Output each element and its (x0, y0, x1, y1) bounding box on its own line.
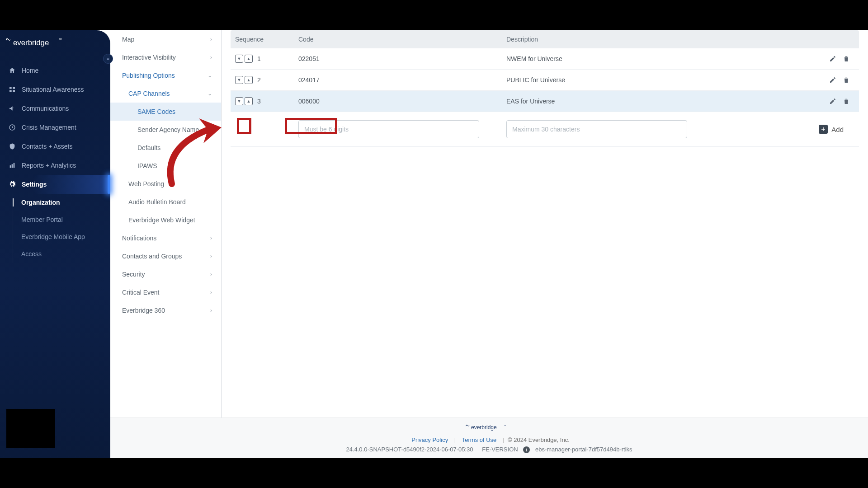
description-input[interactable] (506, 120, 687, 138)
footer: everbridge ™ Privacy Policy | Terms of U… (110, 418, 868, 458)
svg-rect-3 (13, 87, 15, 89)
settings-subnav: Organization Member Portal Everbridge Mo… (13, 194, 110, 263)
delete-icon[interactable] (843, 76, 850, 84)
chevron-right-icon: › (210, 235, 212, 241)
add-label: Add (831, 126, 844, 133)
menu-ipaws[interactable]: IPAWS (110, 157, 221, 175)
menu-critical-event[interactable]: Critical Event › (110, 283, 221, 301)
menu-security[interactable]: Security › (110, 265, 221, 283)
menu-notifications[interactable]: Notifications › (110, 229, 221, 247)
nav-settings[interactable]: Settings (0, 175, 110, 194)
table-row: ▼ ▲ 2 024017 PUBLIC for Universe (231, 70, 859, 91)
nav-home[interactable]: Home (0, 61, 110, 80)
home-icon (8, 66, 16, 75)
nav-label: Home (22, 67, 38, 74)
bullhorn-icon (8, 104, 16, 113)
description-value: PUBLIC for Universe (506, 76, 714, 84)
add-button[interactable]: ＋ Add (714, 125, 854, 134)
chevron-right-icon: › (210, 289, 212, 296)
menu-label: IPAWS (137, 162, 157, 169)
chevron-right-icon: › (210, 54, 212, 61)
col-code: Code (298, 36, 506, 43)
chevron-right-icon: › (210, 307, 212, 314)
collapse-sidebar-button[interactable]: « (103, 54, 113, 64)
move-up-button[interactable]: ▲ (245, 76, 253, 84)
terms-of-use-link[interactable]: Terms of Use (462, 436, 497, 443)
menu-label: Security (122, 271, 145, 278)
move-down-button[interactable]: ▼ (235, 76, 243, 84)
sequence-number: 1 (257, 55, 261, 62)
svg-text:™: ™ (59, 38, 62, 42)
menu-label: SAME Codes (137, 108, 175, 115)
code-value: 022051 (298, 55, 506, 62)
info-icon[interactable]: i (523, 446, 530, 453)
menu-map[interactable]: Map › (110, 30, 221, 48)
menu-same-codes[interactable]: SAME Codes (110, 103, 221, 121)
svg-text:™: ™ (504, 424, 506, 427)
svg-rect-7 (10, 165, 11, 168)
primary-sidebar: everbridge ™ « Home Situational Awarenes… (0, 30, 110, 458)
secondary-sidebar: Map › Interactive Visibility › Publishin… (110, 30, 222, 458)
menu-everbridge-360[interactable]: Everbridge 360 › (110, 301, 221, 319)
menu-label: Map (122, 36, 134, 43)
menu-cap-channels[interactable]: CAP Channels ⌄ (110, 84, 221, 103)
menu-sender-agency-name[interactable]: Sender Agency Name (110, 121, 221, 139)
menu-label: Everbridge 360 (122, 307, 165, 314)
nav-label: Situational Awareness (22, 86, 84, 93)
gear-icon (8, 180, 16, 188)
subnav-everbridge-mobile-app[interactable]: Everbridge Mobile App (13, 228, 110, 245)
nav-contacts-assets[interactable]: Contacts + Assets (0, 137, 110, 156)
nav-communications[interactable]: Communications (0, 99, 110, 118)
subnav-member-portal[interactable]: Member Portal (13, 211, 110, 228)
edit-icon[interactable] (829, 76, 836, 84)
nav-label: Reports + Analytics (22, 162, 76, 169)
delete-icon[interactable] (843, 55, 850, 62)
privacy-policy-link[interactable]: Privacy Policy (411, 436, 448, 443)
portal-id: ebs-manager-portal-7df57d494b-rtlks (535, 446, 632, 453)
svg-rect-9 (14, 163, 15, 168)
menu-audio-bulletin-board[interactable]: Audio Bulletin Board (110, 193, 221, 211)
fe-version-label: FE-VERSION (482, 446, 518, 453)
nav-crisis-management[interactable]: Crisis Management (0, 118, 110, 137)
description-value: NWEM for Universe (506, 55, 714, 62)
chart-icon (8, 161, 16, 169)
menu-contacts-and-groups[interactable]: Contacts and Groups › (110, 247, 221, 265)
sequence-number: 3 (257, 98, 261, 105)
menu-label: Sender Agency Name (137, 126, 199, 133)
clock-icon (8, 123, 16, 131)
edit-icon[interactable] (829, 98, 836, 105)
move-up-button[interactable]: ▲ (245, 97, 253, 105)
chevron-right-icon: › (210, 36, 212, 42)
move-up-button[interactable]: ▲ (245, 55, 253, 63)
dashboard-icon (8, 85, 16, 94)
move-down-button[interactable]: ▼ (235, 97, 243, 105)
menu-label: Publishing Options (122, 72, 175, 79)
subnav-access[interactable]: Access (13, 245, 110, 263)
chevron-right-icon: › (210, 271, 212, 277)
sidebar-placeholder-block (6, 409, 55, 448)
col-description: Description (506, 36, 714, 43)
col-sequence: Sequence (235, 36, 298, 43)
nav-label: Communications (22, 105, 69, 112)
edit-icon[interactable] (829, 55, 836, 62)
menu-label: Critical Event (122, 289, 159, 296)
menu-web-posting[interactable]: Web Posting (110, 175, 221, 193)
delete-icon[interactable] (843, 98, 850, 105)
sequence-number: 2 (257, 76, 261, 84)
code-input[interactable] (298, 120, 479, 138)
menu-defaults[interactable]: Defaults (110, 139, 221, 157)
menu-interactive-visibility[interactable]: Interactive Visibility › (110, 48, 221, 66)
chevron-down-icon: ⌄ (208, 72, 212, 79)
menu-everbridge-web-widget[interactable]: Everbridge Web Widget (110, 211, 221, 229)
subnav-organization[interactable]: Organization (13, 194, 110, 211)
move-down-button[interactable]: ▼ (235, 55, 243, 63)
svg-rect-4 (9, 90, 12, 92)
shield-icon (8, 142, 16, 150)
nav-label: Settings (22, 181, 47, 188)
svg-text:everbridge: everbridge (13, 38, 49, 47)
nav-situational-awareness[interactable]: Situational Awareness (0, 80, 110, 99)
plus-icon: ＋ (819, 125, 828, 134)
menu-label: Defaults (137, 144, 160, 151)
nav-reports-analytics[interactable]: Reports + Analytics (0, 156, 110, 175)
menu-publishing-options[interactable]: Publishing Options ⌄ (110, 66, 221, 84)
